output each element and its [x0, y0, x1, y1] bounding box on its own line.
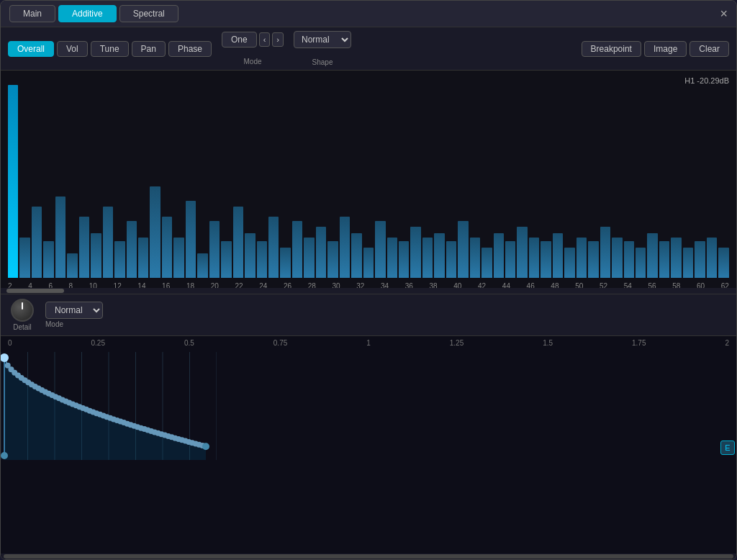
mode-label: Mode — [244, 58, 262, 66]
detail-bar: Detail Normal Linear Smooth Mode — [1, 294, 736, 335]
tab-spectral[interactable]: Spectral — [119, 5, 178, 22]
tab-overall[interactable]: Overall — [8, 41, 54, 57]
spectrum-bar[interactable] — [150, 186, 160, 278]
spectrum-bar[interactable] — [458, 221, 468, 278]
spectrum-bar[interactable] — [316, 227, 326, 278]
envelope-x-axis: 00.250.50.7511.251.51.752 — [1, 339, 736, 347]
mode-group: One ‹ › Mode — [222, 32, 284, 66]
spectrum-bar[interactable] — [209, 221, 220, 278]
detail-knob-label: Detail — [13, 323, 32, 331]
spectrum-bar[interactable] — [541, 241, 551, 278]
spectrum-bar[interactable] — [529, 238, 539, 278]
spectrum-bar[interactable] — [636, 248, 646, 278]
spectrum-bar[interactable] — [659, 241, 669, 278]
spectrum-bar[interactable] — [647, 233, 657, 278]
spectrum-bar[interactable] — [257, 241, 267, 278]
spectrum-bar[interactable] — [127, 221, 137, 278]
tab-vol[interactable]: Vol — [57, 41, 88, 57]
spectrum-bar[interactable] — [340, 217, 350, 278]
tab-tune[interactable]: Tune — [91, 41, 129, 57]
spectrum-bar[interactable] — [91, 233, 101, 278]
bottom-section: Detail Normal Linear Smooth Mode 00.250.… — [1, 294, 736, 559]
breakpoint-button[interactable]: Breakpoint — [582, 41, 641, 57]
spectrum-bar[interactable] — [162, 217, 172, 278]
spectrum-info: H1 -20.29dB — [684, 76, 729, 85]
env-x-label: 1 — [366, 339, 371, 347]
spectrum-bar[interactable] — [221, 241, 231, 278]
spectrum-bar[interactable] — [280, 248, 290, 278]
env-x-label: 1.5 — [543, 339, 553, 347]
spectrum-bar[interactable] — [695, 241, 705, 278]
spectrum-bar[interactable] — [588, 241, 598, 278]
envelope-canvas[interactable] — [1, 352, 217, 460]
shape-select[interactable]: Normal Linear Random Custom — [294, 31, 351, 48]
spectrum-bar[interactable] — [553, 233, 563, 278]
spectrum-bar[interactable] — [55, 197, 65, 278]
detail-mode-select[interactable]: Normal Linear Smooth — [45, 302, 103, 319]
bars-container[interactable] — [8, 85, 729, 278]
tab-additive[interactable]: Additive — [58, 5, 117, 22]
spectrum-bar[interactable] — [683, 248, 693, 278]
spectrum-bar[interactable] — [19, 238, 30, 278]
spectrum-bar[interactable] — [624, 241, 634, 278]
spectrum-bar[interactable] — [363, 248, 374, 278]
spectrum-bar[interactable] — [114, 241, 125, 278]
spectrum-scrollbar-thumb[interactable] — [6, 289, 64, 293]
spectrum-bar[interactable] — [399, 241, 409, 278]
spectrum-bar[interactable] — [718, 248, 728, 278]
detail-mode-wrap: Normal Linear Smooth Mode — [45, 302, 103, 328]
spectrum-bar[interactable] — [446, 241, 456, 278]
clear-button[interactable]: Clear — [689, 41, 729, 57]
envelope-scrollbar-thumb[interactable] — [4, 554, 733, 559]
tab-main[interactable]: Main — [9, 5, 55, 22]
mode-prev-button[interactable]: ‹ — [259, 32, 271, 47]
spectrum-bar[interactable] — [233, 207, 243, 278]
spectrum-bar[interactable] — [707, 238, 717, 278]
spectrum-bar[interactable] — [245, 233, 255, 278]
spectrum-bar[interactable] — [494, 233, 504, 278]
spectrum-bar[interactable] — [600, 227, 610, 278]
spectrum-bar[interactable] — [470, 238, 480, 278]
spectrum-bar[interactable] — [268, 217, 279, 278]
spectrum-bar[interactable] — [79, 217, 89, 278]
spectrum-bar[interactable] — [410, 227, 420, 278]
spectrum-bar[interactable] — [292, 221, 302, 278]
spectrum-bar[interactable] — [375, 221, 385, 278]
spectrum-bar[interactable] — [304, 238, 314, 278]
close-button[interactable]: × — [720, 7, 728, 20]
detail-knob[interactable] — [11, 299, 34, 322]
spectrum-bar[interactable] — [186, 201, 196, 278]
spectrum-bar[interactable] — [387, 238, 397, 278]
spectrum-bar[interactable] — [351, 233, 361, 278]
spectrum-area: H1 -20.29dB 2468101214161820222426283032… — [1, 71, 736, 294]
spectrum-bar[interactable] — [138, 238, 148, 278]
image-button[interactable]: Image — [644, 41, 687, 57]
tab-phase[interactable]: Phase — [168, 41, 212, 57]
spectrum-scrollbar[interactable] — [1, 288, 736, 294]
spectrum-bar[interactable] — [43, 241, 53, 278]
mode-next-button[interactable]: › — [272, 32, 284, 47]
spectrum-bar[interactable] — [671, 238, 681, 278]
spectrum-bar[interactable] — [173, 238, 184, 278]
e-button[interactable]: E — [720, 441, 735, 455]
tab-pan[interactable]: Pan — [132, 41, 166, 57]
spectrum-bar[interactable] — [577, 238, 587, 278]
envelope-area[interactable]: 00.250.50.7511.251.51.752 E — [1, 335, 736, 559]
spectrum-bar[interactable] — [517, 227, 527, 278]
detail-mode-label: Mode — [45, 320, 63, 328]
spectrum-bar[interactable] — [422, 238, 433, 278]
spectrum-bar[interactable] — [434, 233, 444, 278]
mode-value-display[interactable]: One — [222, 32, 257, 48]
spectrum-bar[interactable] — [327, 241, 338, 278]
detail-knob-wrap: Detail — [11, 299, 34, 331]
spectrum-bar[interactable] — [8, 85, 18, 278]
spectrum-bar[interactable] — [564, 248, 574, 278]
spectrum-bar[interactable] — [481, 248, 492, 278]
spectrum-bar[interactable] — [32, 207, 42, 278]
spectrum-bar[interactable] — [67, 253, 77, 278]
spectrum-bar[interactable] — [103, 207, 113, 278]
spectrum-bar[interactable] — [197, 253, 207, 278]
envelope-scrollbar[interactable] — [1, 554, 736, 559]
spectrum-bar[interactable] — [505, 241, 515, 278]
spectrum-bar[interactable] — [612, 238, 622, 278]
